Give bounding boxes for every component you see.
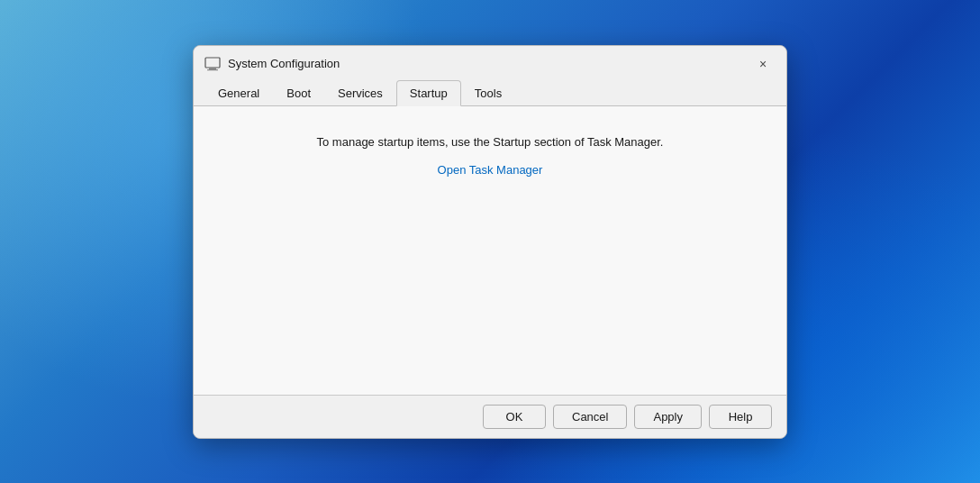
svg-rect-0 bbox=[205, 58, 220, 68]
svg-rect-1 bbox=[209, 68, 216, 69]
tab-tools[interactable]: Tools bbox=[461, 80, 515, 106]
tab-boot[interactable]: Boot bbox=[273, 80, 324, 106]
tab-general[interactable]: General bbox=[204, 80, 273, 106]
close-button[interactable]: × bbox=[750, 55, 776, 73]
dialog-title: System Configuration bbox=[228, 57, 743, 70]
apply-button[interactable]: Apply bbox=[634, 405, 702, 429]
system-configuration-dialog: System Configuration × General Boot Serv… bbox=[193, 45, 787, 439]
computer-icon bbox=[204, 56, 221, 72]
open-task-manager-link[interactable]: Open Task Manager bbox=[438, 163, 543, 177]
tab-startup[interactable]: Startup bbox=[396, 80, 461, 106]
tab-content: To manage startup items, use the Startup… bbox=[194, 106, 786, 395]
cancel-button[interactable]: Cancel bbox=[553, 405, 627, 429]
help-button[interactable]: Help bbox=[709, 405, 772, 429]
info-text: To manage startup items, use the Startup… bbox=[317, 135, 664, 149]
tab-services[interactable]: Services bbox=[324, 80, 396, 106]
footer: OK Cancel Apply Help bbox=[194, 395, 786, 438]
title-bar: System Configuration × bbox=[194, 46, 786, 80]
tab-bar: General Boot Services Startup Tools bbox=[194, 80, 786, 106]
svg-rect-2 bbox=[207, 69, 218, 70]
ok-button[interactable]: OK bbox=[483, 405, 546, 429]
